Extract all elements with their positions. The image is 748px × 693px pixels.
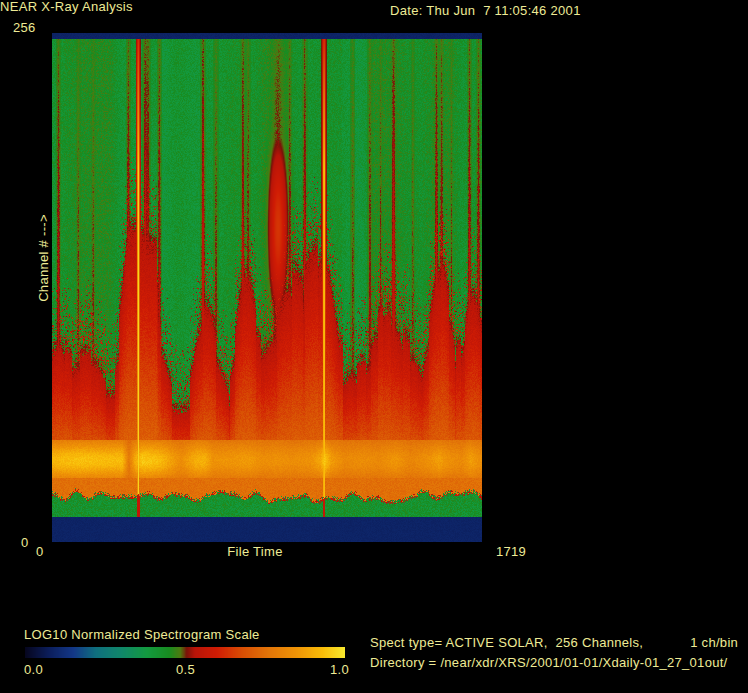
near-xray-analysis-window: { "header": { "title": "NEAR X-Ray Analy… xyxy=(0,0,748,693)
x-axis-max-label: 1719 xyxy=(496,545,526,559)
date-label: Date: Thu Jun 7 11:05:46 2001 xyxy=(390,4,581,18)
colorbar-tick-max: 1.0 xyxy=(330,663,349,677)
page-title: NEAR X-Ray Analysis xyxy=(0,0,133,14)
y-axis-title: Channel # ---> xyxy=(37,214,51,302)
x-axis-title: File Time xyxy=(40,545,470,559)
colorbar-gradient xyxy=(25,647,345,658)
directory-line: Directory = /near/xdr/XRS/2001/01-01/Xda… xyxy=(370,656,728,670)
colorbar-tick-min: 0.0 xyxy=(24,663,43,677)
y-axis-min-label: 0 xyxy=(21,536,29,550)
colorbar-title: LOG10 Normalized Spectrogram Scale xyxy=(24,628,260,642)
spect-type-line: Spect type= ACTIVE SOLAR, 256 Channels, … xyxy=(370,636,738,650)
y-axis-max-label: 256 xyxy=(13,21,36,35)
spectrogram-heatmap xyxy=(52,33,482,542)
colorbar-tick-mid: 0.5 xyxy=(176,663,195,677)
